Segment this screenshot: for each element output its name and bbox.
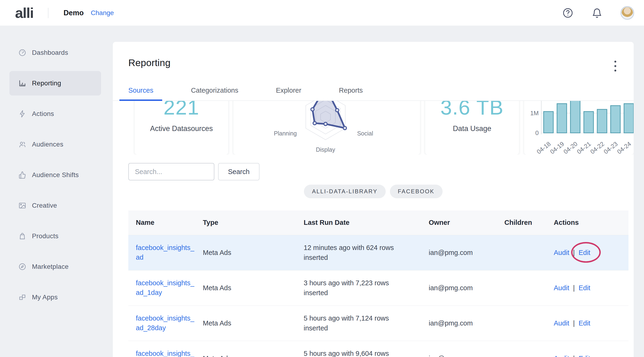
column-header-owner: Owner	[429, 210, 504, 235]
edit-link[interactable]: Edit	[579, 355, 590, 357]
svg-text:04-18: 04-18	[536, 140, 552, 155]
svg-text:04-24: 04-24	[616, 140, 632, 155]
rows-volume-card: 01M04-1804-1904-2004-2104-2204-2304-24	[524, 101, 634, 155]
sidebar-item-audiences[interactable]: Audiences	[10, 132, 101, 157]
owner-email: ian@pmg.com	[429, 270, 504, 305]
datasource-type: Meta Ads	[203, 341, 304, 357]
reporting-panel: Reporting Sources Categorizations Explor…	[113, 42, 634, 357]
edit-link[interactable]: Edit	[579, 249, 590, 256]
audit-link[interactable]: Audit	[554, 249, 569, 256]
active-datasources-value: 221	[164, 101, 200, 118]
actions-lightning-icon	[18, 110, 26, 118]
action-separator: |	[573, 319, 575, 327]
sidebar-item-marketplace[interactable]: Marketplace	[10, 254, 101, 279]
table-row: facebook_insights_ad_1day Meta Ads 3 hou…	[128, 270, 628, 305]
column-header-children: Children	[504, 210, 554, 235]
table-row: facebook_insights_ad_28day Meta Ads 5 ho…	[128, 305, 628, 341]
audit-link[interactable]: Audit	[554, 355, 569, 357]
change-workspace-link[interactable]: Change	[91, 9, 114, 17]
svg-text:0: 0	[536, 129, 539, 136]
sidebar-item-label: Actions	[32, 110, 54, 118]
topbar-divider	[48, 8, 48, 18]
last-run-date: 12 minutes ago with 624 rows inserted	[304, 243, 414, 262]
kebab-menu-icon[interactable]	[611, 57, 620, 75]
sidebar-item-products[interactable]: Products	[10, 224, 101, 248]
svg-text:04-21: 04-21	[576, 140, 592, 155]
sidebar: Dashboards Reporting Actions Audiences A…	[0, 26, 113, 357]
tab-explorer[interactable]: Explorer	[267, 87, 310, 100]
svg-text:Display: Display	[316, 146, 335, 153]
datasource-type: Meta Ads	[203, 270, 304, 305]
reporting-tabs: Sources Categorizations Explorer Reports	[113, 87, 634, 101]
reporting-bar-chart-icon	[18, 79, 26, 87]
sidebar-item-creative[interactable]: Creative	[10, 193, 101, 218]
help-icon[interactable]	[562, 7, 574, 19]
column-header-name: Name	[128, 210, 203, 235]
datasource-name-link[interactable]: facebook_insights_ad_7day	[136, 349, 195, 357]
creative-image-icon	[18, 202, 26, 210]
sidebar-item-label: Dashboards	[32, 49, 68, 57]
sidebar-item-label: Audiences	[32, 141, 63, 148]
dashboard-gauge-icon	[18, 49, 26, 57]
datasource-name-link[interactable]: facebook_insights_ad_28day	[136, 313, 195, 333]
sidebar-item-audience-shifts[interactable]: Audience Shifts	[10, 163, 101, 187]
sidebar-item-actions[interactable]: Actions	[10, 102, 101, 126]
sidebar-item-label: My Apps	[32, 293, 58, 301]
svg-text:04-22: 04-22	[589, 140, 606, 155]
children-cell	[504, 235, 554, 270]
stats-row-viewport: 221 Active Datasources PlanningDisplaySo…	[113, 101, 634, 155]
tab-reports[interactable]: Reports	[330, 87, 372, 100]
tag-facebook[interactable]: FACEBOOK	[390, 185, 442, 198]
datasource-type: Meta Ads	[203, 235, 304, 270]
column-header-type: Type	[203, 210, 304, 235]
last-run-date: 5 hours ago with 7,124 rows inserted	[304, 313, 414, 333]
channel-radar-chart: PlanningDisplaySocial	[234, 101, 420, 155]
datasource-name-link[interactable]: facebook_insights_ad	[136, 243, 195, 262]
sidebar-item-my-apps[interactable]: My Apps	[10, 285, 101, 309]
sidebar-item-dashboards[interactable]: Dashboards	[10, 41, 101, 65]
svg-text:1M: 1M	[530, 110, 539, 117]
last-run-date: 5 hours ago with 9,604 rows inserted	[304, 348, 414, 357]
alli-logo: alli	[15, 5, 34, 21]
tag-alli-data-library[interactable]: ALLI-DATA-LIBRARY	[304, 185, 386, 198]
rows-volume-bar-chart: 01M04-1804-1904-2004-2104-2204-2304-24	[524, 101, 634, 155]
table-row: facebook_insights_ad Meta Ads 12 minutes…	[128, 235, 628, 270]
active-datasources-card: 221 Active Datasources	[135, 101, 228, 155]
datasource-name-link[interactable]: facebook_insights_ad_1day	[136, 278, 195, 297]
data-usage-value: 3.6 TB	[440, 101, 504, 118]
edit-link[interactable]: Edit	[579, 284, 590, 292]
notifications-bell-icon[interactable]	[591, 7, 603, 19]
tab-sources[interactable]: Sources	[120, 87, 162, 100]
action-separator: |	[573, 355, 575, 357]
svg-text:04-23: 04-23	[602, 140, 619, 155]
sidebar-item-reporting[interactable]: Reporting	[10, 71, 101, 96]
products-bag-icon	[18, 232, 26, 240]
search-input[interactable]	[128, 163, 214, 180]
data-usage-card: 3.6 TB Data Usage	[425, 101, 519, 155]
column-header-actions: Actions	[554, 210, 628, 235]
svg-text:Social: Social	[357, 130, 373, 137]
children-cell	[504, 305, 554, 341]
edit-link[interactable]: Edit	[579, 319, 590, 327]
data-usage-label: Data Usage	[453, 124, 492, 133]
action-separator: |	[573, 284, 575, 292]
children-cell	[504, 341, 554, 357]
audit-link[interactable]: Audit	[554, 284, 569, 292]
channel-radar-card: PlanningDisplaySocial	[234, 101, 420, 155]
tab-categorizations[interactable]: Categorizations	[182, 87, 247, 100]
column-header-last-run-date: Last Run Date	[304, 210, 429, 235]
audit-link[interactable]: Audit	[554, 319, 569, 327]
last-run-date: 3 hours ago with 7,223 rows inserted	[304, 278, 414, 298]
active-datasources-label: Active Datasources	[150, 124, 213, 133]
owner-email: ian@pmg.com	[429, 305, 504, 341]
workspace-name: Demo	[64, 9, 84, 17]
sidebar-item-label: Creative	[32, 202, 57, 209]
user-avatar[interactable]	[620, 6, 634, 20]
search-button[interactable]: Search	[218, 163, 260, 180]
table-row: facebook_insights_ad_7day Meta Ads 5 hou…	[128, 341, 628, 357]
top-bar: alli Demo Change	[0, 0, 644, 26]
owner-email: ian@pmg.com	[429, 341, 504, 357]
children-cell	[504, 270, 554, 305]
datasource-type: Meta Ads	[203, 305, 304, 341]
svg-text:Planning: Planning	[274, 130, 296, 137]
